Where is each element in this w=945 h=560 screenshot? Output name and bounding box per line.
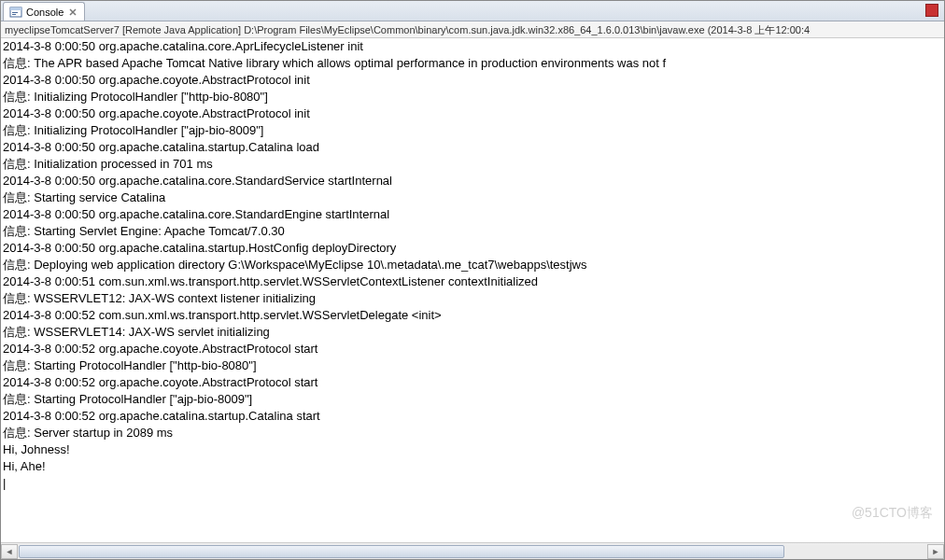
console-output-area[interactable]: 2014-3-8 0:00:50 org.apache.catalina.cor… <box>1 38 944 542</box>
console-icon <box>9 6 22 19</box>
scroll-right-arrow-icon[interactable]: ► <box>927 544 944 559</box>
tab-label: Console <box>26 7 63 18</box>
svg-rect-1 <box>10 7 21 10</box>
terminate-button[interactable] <box>925 4 938 17</box>
scroll-left-arrow-icon[interactable]: ◄ <box>1 544 18 559</box>
launch-description: myeclipseTomcatServer7 [Remote Java Appl… <box>1 21 944 38</box>
close-icon[interactable] <box>69 8 77 16</box>
tab-bar: Console <box>1 1 944 21</box>
scroll-track[interactable] <box>18 544 927 559</box>
tab-console[interactable]: Console <box>3 2 85 21</box>
svg-rect-3 <box>12 14 16 15</box>
horizontal-scrollbar[interactable]: ◄ ► <box>1 542 944 559</box>
watermark: @51CTO博客 <box>852 505 933 522</box>
console-output-text: 2014-3-8 0:00:50 org.apache.catalina.cor… <box>1 38 944 492</box>
svg-rect-2 <box>12 12 18 13</box>
scroll-thumb[interactable] <box>19 545 784 558</box>
